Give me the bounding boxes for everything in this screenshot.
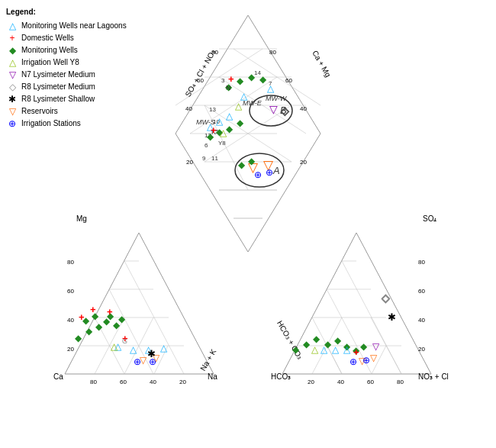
upper-domestic-1: +: [211, 124, 217, 136]
diamond-n7-1: ▽: [269, 103, 278, 115]
diamond-irrig-station-1: ⊕: [254, 169, 262, 180]
svg-text:80: 80: [90, 379, 97, 385]
svg-text:80: 80: [67, 259, 74, 266]
cation-data-points: ◆ ◆ ◆ ◆ ◆ ◆ ◆ ◆ ◆ + + + + G △ △ △ △ △: [75, 304, 168, 367]
point-monitoring-2: ◆: [85, 326, 93, 337]
anion-r8-medium2: ◇: [382, 292, 390, 305]
svg-text:20: 20: [308, 379, 314, 385]
svg-text:40: 40: [185, 105, 192, 112]
camg-label: Ca + Mg: [311, 49, 333, 78]
svg-text:40: 40: [300, 105, 307, 112]
upper-lagoon-2: △: [216, 116, 224, 127]
svg-text:60: 60: [197, 77, 204, 84]
main-container: Legend: △ Monitoring Wells near Lagoons …: [0, 0, 496, 448]
anion-monitoring-1: ◆: [292, 344, 300, 355]
point-domestic-3: +: [107, 306, 113, 317]
svg-text:60: 60: [120, 379, 127, 385]
anion-lagoon-1: △: [320, 344, 328, 355]
upper-monitoring-3: ◆: [226, 124, 234, 134]
num-y8: Y8: [218, 140, 226, 147]
diamond-domestic-1: +: [228, 73, 234, 85]
mg-axis-label: Mg: [76, 214, 87, 223]
mww-label: MW-W: [266, 95, 288, 102]
point-lagoon-4: △: [160, 343, 168, 353]
so4-axis-label: SO₄: [423, 214, 436, 223]
diamond-irrig-1: △: [235, 101, 243, 111]
anion-monitoring-8: ◆: [360, 341, 368, 352]
num-6: 6: [205, 142, 208, 149]
num-11: 11: [211, 155, 218, 162]
point-monitoring-3: ◆: [95, 321, 103, 332]
diamond-monitoring-2: ◆: [237, 76, 244, 86]
diamond-monitoring-a1: ◆: [238, 160, 246, 170]
no3cl-axis-label: NO₃ + Cl: [418, 372, 449, 381]
num-7: 7: [269, 80, 272, 87]
svg-text:40: 40: [150, 379, 156, 385]
svg-text:40: 40: [337, 379, 344, 385]
svg-text:80: 80: [269, 49, 276, 56]
diamond-r8-medium2: ◇: [281, 105, 289, 117]
svg-text:60: 60: [367, 379, 374, 385]
anion-reservoir-2: ▽: [370, 353, 378, 363]
svg-text:60: 60: [418, 288, 425, 295]
point-monitoring-1: ◆: [75, 333, 82, 343]
diamond-monitoring-a2: ◆: [248, 156, 256, 166]
svg-text:40: 40: [418, 317, 425, 324]
g-label-cation: G: [122, 337, 127, 345]
upper-monitoring-4: ◆: [237, 118, 244, 128]
svg-text:80: 80: [211, 49, 218, 56]
point-irrig-1: △: [111, 341, 118, 352]
anion-monitoring-2: ◆: [303, 339, 311, 350]
svg-text:20: 20: [186, 159, 193, 166]
mwe-label: MW-E: [243, 99, 262, 107]
anion-lagoon-2: △: [332, 344, 340, 355]
na-axis-label: Na: [208, 372, 217, 381]
anion-n7-1: ▽: [372, 341, 380, 352]
anion-irrig-station-2: ⊕: [362, 355, 370, 366]
svg-marker-0: [65, 233, 214, 374]
region-a-label: A: [272, 165, 280, 176]
anion-irrig-station-1: ⊕: [349, 356, 357, 367]
hco3-axis-label: HCO₃: [271, 372, 291, 381]
point-domestic-1: +: [79, 311, 85, 323]
svg-text:80: 80: [418, 259, 425, 266]
svg-text:20: 20: [67, 346, 74, 353]
svg-text:80: 80: [397, 379, 404, 385]
point-domestic-2: +: [90, 304, 96, 315]
num-14: 14: [254, 69, 261, 76]
svg-text:20: 20: [418, 346, 425, 353]
num-3: 3: [221, 77, 225, 84]
point-lagoon-2: △: [130, 344, 137, 355]
upper-lagoon-3: △: [226, 111, 234, 121]
point-reservoir-1: ▽: [140, 355, 147, 366]
anion-r8-shallow: ✱: [388, 311, 396, 323]
anion-monitoring-3: ◆: [313, 334, 320, 344]
point-r8-shallow-1: ✱: [147, 348, 156, 359]
num-9: 9: [202, 155, 206, 162]
n-label: N: [226, 84, 231, 92]
top-diamond: SO₄ + Cl + NO₃ Ca + Mg 40 60 80 40 60 80…: [176, 15, 333, 252]
upper-irrig-1: △: [220, 127, 227, 138]
num-13: 13: [209, 106, 216, 113]
svg-text:20: 20: [300, 159, 307, 166]
anion-data-points: ◆ ◆ ◆ ◆ ◆ ◆ ◆ ◆ ◇ ◇ ✱ △ △ △ △ ▽ ▽: [292, 292, 396, 367]
svg-text:60: 60: [67, 288, 74, 295]
diamond-irrig-station-2: ⊕: [266, 167, 273, 178]
ca-axis-label: Ca: [53, 372, 63, 381]
piper-diagram: .axis-label { font-size: 10px; font-fami…: [0, 0, 496, 448]
svg-text:40: 40: [67, 317, 74, 324]
point-monitoring-9: ◆: [118, 314, 126, 324]
anion-lagoon-3: △: [343, 344, 351, 355]
svg-text:20: 20: [179, 379, 186, 385]
svg-text:60: 60: [285, 77, 292, 84]
anion-domestic-1: +: [353, 346, 359, 358]
left-triangle: Ca Na Mg Na + K 80 60 40 20 20 40 60 80: [0, 0, 217, 385]
svg-line-16: [109, 289, 153, 374]
anion-irrig-1: △: [311, 344, 319, 355]
upper-triangle-points: △ △ △ ◆ ◆ ◆ ◆ △ +: [207, 111, 244, 142]
